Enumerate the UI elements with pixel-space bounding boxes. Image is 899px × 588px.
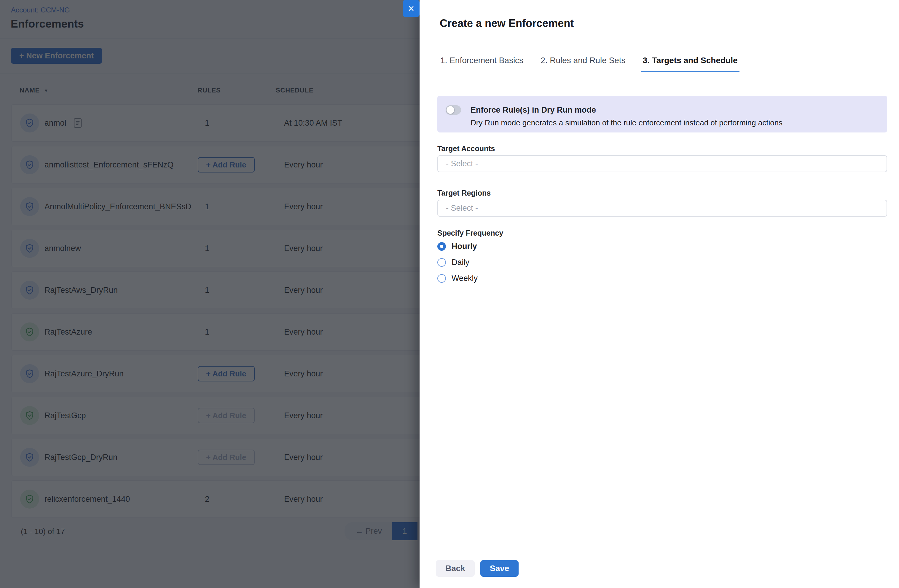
back-button[interactable]: Back — [436, 560, 475, 577]
target-accounts-label: Target Accounts — [437, 144, 495, 153]
dry-run-banner: Enforce Rule(s) in Dry Run mode Dry Run … — [437, 96, 887, 133]
close-icon[interactable]: × — [403, 0, 420, 17]
radio-button[interactable] — [437, 258, 446, 267]
dry-run-toggle[interactable] — [446, 105, 461, 115]
create-enforcement-drawer: Create a new Enforcement 1. Enforcement … — [420, 0, 899, 588]
radio-button-selected[interactable] — [437, 242, 446, 251]
frequency-option-daily[interactable]: Daily — [437, 257, 470, 268]
dry-run-label: Enforce Rule(s) in Dry Run mode — [471, 105, 596, 115]
radio-label: Daily — [451, 258, 470, 267]
tab-targets-and-schedule[interactable]: 3. Targets and Schedule — [641, 49, 740, 72]
frequency-option-hourly[interactable]: Hourly — [437, 241, 477, 252]
drawer-title: Create a new Enforcement — [440, 17, 574, 29]
radio-label: Weekly — [451, 274, 478, 283]
target-regions-placeholder: - Select - — [446, 204, 478, 213]
target-regions-label: Target Regions — [437, 189, 491, 198]
radio-button[interactable] — [437, 274, 446, 283]
app-root: Account: CCM-NG Enforcements + New Enfor… — [0, 0, 899, 588]
tab-enforcement-basics[interactable]: 1. Enforcement Basics — [439, 49, 525, 72]
target-accounts-placeholder: - Select - — [446, 159, 478, 168]
save-button[interactable]: Save — [480, 560, 519, 577]
target-accounts-select[interactable]: - Select - — [437, 155, 887, 172]
wizard-tabs: 1. Enforcement Basics2. Rules and Rule S… — [439, 49, 899, 72]
frequency-option-weekly[interactable]: Weekly — [437, 273, 478, 284]
toggle-knob — [446, 106, 454, 114]
specify-frequency-label: Specify Frequency — [437, 229, 503, 238]
dry-run-description: Dry Run mode generates a simulation of t… — [471, 118, 783, 127]
tab-rules-and-rule-sets[interactable]: 2. Rules and Rule Sets — [539, 49, 627, 72]
target-regions-select[interactable]: - Select - — [437, 200, 887, 217]
radio-label: Hourly — [451, 242, 477, 251]
